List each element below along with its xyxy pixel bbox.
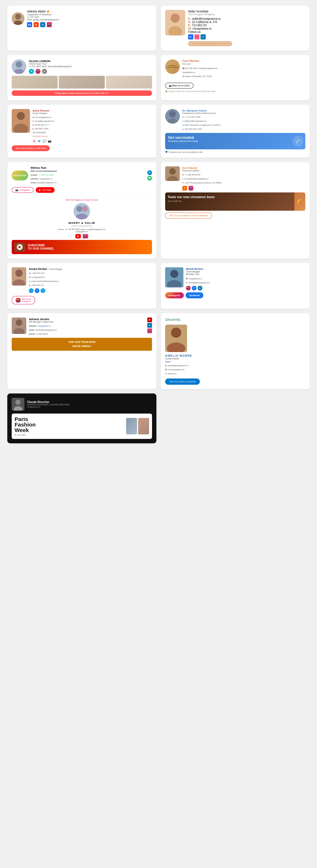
portfolio-button[interactable]: ✦✦✦✦✦✦✦ Check my portfolio ✦✦✦✦✦✦✦: [188, 41, 232, 46]
mehdi-details: W: mysignature.io e: mehdib@mysignature.…: [186, 277, 210, 285]
mehdi-linkedin-icon[interactable]: in: [198, 286, 202, 290]
mehdi-btns: Instagram facebook: [165, 292, 306, 298]
couple-avatar: [73, 203, 90, 219]
claude-name: Claude Boucher: [27, 400, 69, 404]
olivia-airbnb-icon[interactable]: ✈: [29, 69, 34, 74]
anny-biz: Anny's Flowers: [32, 112, 54, 115]
couple-instagram-icon[interactable]: 📷: [83, 234, 88, 239]
bakery-banner: Taste our new cinnamon buns some invite …: [165, 192, 306, 211]
melissa-instagram-button[interactable]: 📷 Instagram: [12, 187, 34, 193]
kurt-social1-icon[interactable]: ✦: [182, 186, 187, 191]
bakery-title: Taste our new cinnamon buns: [168, 195, 303, 199]
nellie-linkedin-icon[interactable]: in: [200, 34, 206, 39]
fashion-img-1: [126, 418, 137, 434]
adriana-avatar: [12, 317, 26, 334]
card-amelia: Sincerely, AMELIA MORRE Content Writer E…: [161, 313, 310, 389]
kurt-details: M: +1 288 944 4473 e: kurt.baker@mysigna…: [182, 173, 222, 185]
instagram-icon[interactable]: 📷: [47, 22, 52, 27]
claude-web: mysignature.io: [27, 406, 69, 408]
card-anny: Anny Parson Anny's Flowers w: my.mysigna…: [7, 104, 156, 158]
amara-facebook-icon[interactable]: f: [35, 288, 39, 293]
mehdi-title: Travel Blogger: [186, 270, 210, 273]
olivia-cta-button[interactable]: Check dates to stay in the best place lo…: [12, 90, 152, 96]
behance-icon[interactable]: Bē: [27, 22, 32, 27]
svg-point-34: [171, 328, 181, 338]
svg-point-0: [15, 14, 21, 20]
cara-details: ☎ 222 335 3632, inbo@mysignature.io mysi…: [182, 66, 218, 78]
marques-role: Paediatrician St Metro Medical Center: [182, 112, 221, 114]
svg-point-16: [82, 206, 88, 212]
amara-twitter2-icon[interactable]: 🐦: [40, 288, 45, 293]
svg-point-12: [169, 111, 176, 117]
amelia-divider: [165, 362, 171, 362]
zoom-button[interactable]: 📷 Meet me on Zoom: [165, 83, 194, 89]
svg-point-31: [16, 319, 22, 326]
couple-web: mysignature.io: [12, 230, 152, 232]
fashion-imgs: [126, 418, 149, 434]
gregg-title: Copywriter | Freelancer: [27, 13, 59, 16]
anny-info: Anny Parson Anny's Flowers w: my.mysigna…: [32, 109, 54, 143]
nellie-role: UI/UX Designer ARTagency: [188, 13, 306, 16]
melissa-youtube-button[interactable]: ▶ YouTube: [36, 187, 55, 193]
yt-thumbnail: [14, 243, 25, 252]
amara-instagram-button[interactable]: 📷 like me on Instagram: [12, 296, 35, 304]
anny-cta-button[interactable]: Two Hours Delivery. Order Now: [12, 145, 50, 151]
sincerely-text: Sincerely,: [165, 317, 306, 322]
card-kurt: Kurt Marsel Flourcourt bakery M: +1 288 …: [161, 162, 310, 258]
amara-name: Amara Decker: [29, 267, 47, 270]
happy-text: We'll be happy to shop for you!: [12, 198, 152, 201]
olivia-social-icon[interactable]: ●: [42, 69, 47, 74]
adriana-info: Adriana Jacobs HR Manager Capitol Max we…: [29, 317, 145, 336]
adriana-details: website: mysignature.io email: Jacobs@my…: [29, 324, 145, 336]
card-marques: Dr. Marques Faiser Paediatrician St Metr…: [161, 104, 310, 158]
mehdi-facebook-button[interactable]: facebook: [186, 292, 203, 298]
melissa-details: Kid's Corner Entertainment mobile: +1 22…: [31, 169, 57, 185]
amara-avatar: [12, 267, 26, 285]
couple-youtube-icon[interactable]: ▶: [75, 234, 81, 239]
cara-name: Cara Reznor: [182, 59, 218, 63]
marques-avatar: [165, 109, 180, 124]
mehdi-name: Mehdi Bolton: [186, 267, 210, 270]
svg-point-9: [17, 112, 25, 120]
claude-title: FASHION DESIGNER | CLAUDE BOUCHER: [27, 404, 69, 406]
telegram-icon[interactable]: ✈: [147, 170, 152, 175]
nellie-name: Nellie Schofield: [188, 10, 306, 13]
nellie-dribbble-icon[interactable]: 🏀: [194, 34, 199, 39]
svg-point-22: [169, 168, 176, 175]
adriana-youtube-icon[interactable]: ▶: [147, 317, 152, 322]
upwork-button[interactable]: View my reviews at Upwork: [165, 378, 200, 385]
melissa-info: Melissa Tean Kid's Corner Entertainment …: [31, 166, 57, 185]
melissa-logo: Kid's Corner: [12, 170, 28, 180]
svg-point-3: [171, 13, 180, 23]
olivia-instagram-icon[interactable]: 📷: [35, 69, 40, 74]
nellie-behance-icon[interactable]: Bē: [188, 34, 193, 39]
anny-instagram-icon: 📷: [48, 139, 52, 143]
cara-role: Manager: [182, 63, 218, 65]
amara-twitter-icon[interactable]: 🐦: [29, 288, 34, 293]
mehdi-instagram-button[interactable]: Instagram: [165, 292, 184, 298]
svg-point-37: [15, 400, 21, 405]
reddit-icon[interactable]: R: [34, 22, 39, 27]
melissa-name: Melissa Tean: [31, 166, 57, 169]
olivia-name: OLIVIA LANRON: [29, 60, 72, 63]
insta-icon: 📷: [15, 189, 18, 191]
bakery-icon: 🥐: [294, 192, 305, 211]
mehdi-facebook-icon[interactable]: f: [192, 286, 196, 290]
mehdi-instagram-icon[interactable]: 📷: [186, 286, 191, 290]
linkedin-icon[interactable]: in: [40, 22, 45, 27]
gregg-top: GREGG REED 🔥 Copywriter | Freelancer +1 …: [12, 10, 152, 27]
gregg-socials: Bē R in 📷: [27, 22, 59, 27]
whatsapp-icon[interactable]: 💬: [147, 176, 152, 181]
svg-point-25: [15, 270, 23, 277]
adriana-linkedin-icon[interactable]: in: [147, 323, 152, 328]
kurt-cta-button[interactable]: Visit our cosy bakery! It will be delici…: [165, 213, 212, 219]
amelia-avatar: [165, 324, 187, 352]
melissa-couple-section: We'll be happy to shop for you! MARRY & …: [12, 196, 152, 254]
kurt-instagram-icon[interactable]: 📷: [189, 186, 193, 191]
olivia-phone: +1 747 3847 4442, olivia.airbnb@mysignat…: [29, 65, 72, 68]
couple-sub: HAPPYSHOPPERS: [12, 225, 152, 227]
olivia-socials: ✈ 📷 ●: [29, 69, 72, 74]
adriana-instagram-icon[interactable]: 📷: [147, 329, 152, 333]
anny-socials: 🌸 🐦 💬 📷: [32, 139, 54, 143]
kurt-name: Kurt Marsel: [182, 166, 222, 169]
